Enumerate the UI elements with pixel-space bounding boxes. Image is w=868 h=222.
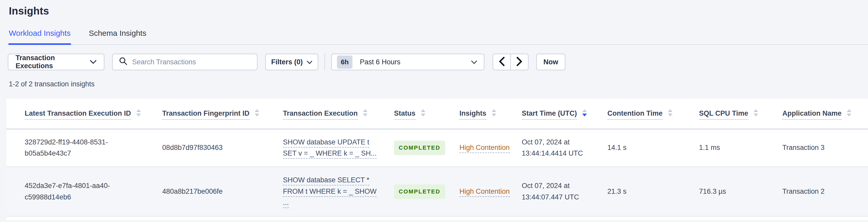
time-range-label: Past 6 Hours — [360, 58, 471, 66]
column-header-latest-transaction-execution-id[interactable]: Latest Transaction Execution ID — [6, 99, 162, 129]
sort-icon[interactable] — [421, 109, 426, 117]
cell-contention-time: 14.1 s — [608, 129, 699, 167]
cell-status: COMPLETED — [394, 129, 459, 167]
table-header-row: Latest Transaction Execution ID Transact… — [6, 99, 868, 129]
cell-latest-transaction-execution-id: 328729d2-ff19-4408-8531-b05a5b4e43c7 — [6, 129, 162, 167]
column-header-transaction-fingerprint-id[interactable]: Transaction Fingerprint ID — [162, 99, 283, 129]
time-range-badge: 6h — [337, 56, 352, 69]
insights-table-card: Latest Transaction Execution ID Transact… — [6, 99, 868, 220]
sort-icon[interactable] — [668, 109, 673, 117]
chevron-left-icon — [499, 57, 505, 67]
column-header-sql-cpu-time[interactable]: SQL CPU Time — [699, 99, 782, 129]
cell-transaction-fingerprint-id: 08d8b7d97f830463 — [162, 129, 283, 167]
cell-latest-transaction-execution-id: 452da3e7-e7fa-4801-aa40-c59988d14eb6 — [6, 167, 162, 216]
sort-icon[interactable] — [492, 109, 496, 117]
search-box[interactable] — [112, 54, 257, 70]
cell-sql-cpu-time: 716.3 µs — [699, 167, 782, 216]
tab-schema-insights[interactable]: Schema Insights — [88, 27, 147, 44]
chevron-down-icon — [471, 58, 477, 66]
search-input[interactable] — [132, 58, 251, 66]
time-range-nav — [493, 54, 528, 70]
cell-transaction-execution: SHOW database UPDATE t SET v = _ WHERE k… — [283, 129, 394, 167]
transaction-execution-link[interactable]: SHOW database UPDATE t SET v = _ WHERE k… — [283, 138, 377, 159]
tab-workload-insights[interactable]: Workload Insights — [8, 27, 71, 44]
toolbar-divider — [324, 54, 325, 70]
column-header-contention-time[interactable]: Contention Time — [608, 99, 699, 129]
sort-icon[interactable] — [363, 109, 368, 117]
filters-dropdown[interactable]: Filters (0) — [265, 54, 318, 70]
sort-desc-icon[interactable] — [582, 109, 587, 117]
search-icon — [119, 57, 127, 67]
insight-link[interactable]: High Contention — [459, 144, 510, 153]
toolbar: Transaction Executions Filters (0) 6h Pa… — [8, 54, 868, 70]
cell-insights: High Contention — [459, 167, 522, 216]
tab-bar: Workload Insights Schema Insights — [8, 27, 868, 45]
sort-icon[interactable] — [136, 109, 141, 117]
filters-label: Filters (0) — [271, 58, 303, 66]
status-badge: COMPLETED — [394, 184, 445, 199]
insights-page: Insights Workload Insights Schema Insigh… — [0, 0, 868, 220]
cell-transaction-execution: SHOW database SELECT * FROM t WHERE k = … — [283, 167, 394, 216]
chevron-down-icon — [307, 58, 312, 66]
results-summary: 1-2 of 2 transaction insights — [9, 80, 868, 88]
sort-icon[interactable] — [847, 109, 851, 117]
table-row: 328729d2-ff19-4408-8531-b05a5b4e43c7 08d… — [6, 129, 868, 167]
chevron-down-icon — [90, 58, 97, 66]
cell-sql-cpu-time: 1.1 ms — [699, 129, 782, 167]
transaction-execution-link[interactable]: SHOW database SELECT * FROM t WHERE k = … — [283, 176, 377, 208]
column-header-insights[interactable]: Insights — [459, 99, 522, 129]
column-header-start-time[interactable]: Start Time (UTC) — [522, 99, 608, 129]
insight-type-dropdown[interactable]: Transaction Executions — [8, 54, 104, 70]
cell-application-name: Transaction 3 — [782, 129, 868, 167]
time-range-prev-button[interactable] — [493, 54, 510, 70]
page-title: Insights — [0, 0, 868, 17]
chevron-right-icon — [517, 57, 522, 67]
status-badge: COMPLETED — [394, 140, 445, 155]
column-header-application-name[interactable]: Application Name — [782, 99, 868, 129]
cell-start-time: Oct 07, 2024 at 13:44:14.4414 UTC — [522, 129, 608, 167]
insight-type-label: Transaction Executions — [16, 54, 90, 70]
time-range-dropdown[interactable]: 6h Past 6 Hours — [331, 54, 484, 70]
sort-icon[interactable] — [753, 109, 758, 117]
cell-contention-time: 21.3 s — [608, 167, 699, 216]
cell-application-name: Transaction 2 — [782, 167, 868, 216]
now-button[interactable]: Now — [536, 54, 565, 70]
time-range-next-button[interactable] — [510, 54, 528, 70]
column-header-transaction-execution[interactable]: Transaction Execution — [283, 99, 394, 129]
cell-transaction-fingerprint-id: 480a8b217be006fe — [162, 167, 283, 216]
insight-link[interactable]: High Contention — [459, 188, 510, 197]
cell-insights: High Contention — [459, 129, 522, 167]
table-row: 452da3e7-e7fa-4801-aa40-c59988d14eb6 480… — [6, 167, 868, 216]
insights-table: Latest Transaction Execution ID Transact… — [6, 99, 868, 217]
cell-start-time: Oct 07, 2024 at 13:44:07.447 UTC — [522, 167, 608, 216]
cell-status: COMPLETED — [394, 167, 459, 216]
column-header-status[interactable]: Status — [394, 99, 459, 129]
sort-icon[interactable] — [255, 109, 259, 117]
